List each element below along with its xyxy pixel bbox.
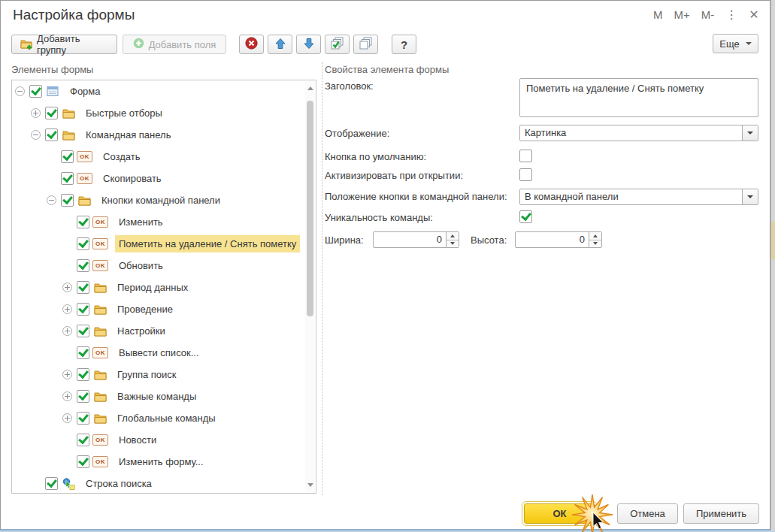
panel-splitter[interactable] <box>322 62 322 495</box>
tree-item-label[interactable]: Период данных <box>114 279 192 296</box>
tree-item-checkbox[interactable] <box>77 259 89 272</box>
tree-item[interactable]: Быстрые отборы <box>12 102 305 124</box>
tree-item-checkbox[interactable] <box>77 368 89 381</box>
tree-item[interactable]: OKВывести список... <box>12 342 305 364</box>
tree-item-checkbox[interactable] <box>77 390 89 403</box>
tree-item-checkbox[interactable] <box>45 107 58 119</box>
tree-item[interactable]: Важные команды <box>12 385 305 407</box>
tree-item-checkbox[interactable] <box>29 85 42 98</box>
command-uniqueness-checkbox[interactable] <box>519 210 532 223</box>
tree-item-label[interactable]: Командная панель <box>82 126 174 144</box>
tree-item-label[interactable]: Пометить на удаление / Снять пометку <box>115 235 300 252</box>
button-position-select[interactable]: В командной панели <box>519 189 758 205</box>
scroll-up-icon[interactable] <box>307 86 313 90</box>
title-field[interactable]: Пометить на удаление / Снять пометку <box>519 78 758 117</box>
tree-item-label[interactable]: Важные команды <box>114 388 200 405</box>
dropdown-button[interactable] <box>742 189 758 204</box>
tree-item[interactable]: Форма <box>12 80 305 102</box>
tree-item[interactable]: OKИзменить форму... <box>12 451 305 473</box>
tree-item[interactable]: OKОбновить <box>12 255 305 277</box>
window-menu-icon[interactable]: ⋮ <box>725 8 737 22</box>
scroll-thumb[interactable] <box>307 101 313 316</box>
tree-item-checkbox[interactable] <box>61 172 74 185</box>
tree-item-label[interactable]: Форма <box>66 83 104 100</box>
tree-item-checkbox[interactable] <box>77 455 89 468</box>
move-down-button[interactable] <box>296 35 321 54</box>
check-all-button[interactable] <box>325 35 350 54</box>
tree-item-label[interactable]: Быстрые отборы <box>82 104 166 122</box>
height-stepper[interactable]: 0 <box>515 231 602 248</box>
close-icon[interactable]: ✕ <box>749 8 758 22</box>
tree-item-label[interactable]: Настройки <box>114 322 169 340</box>
tree-item-label[interactable]: Скопировать <box>99 170 165 187</box>
expand-icon[interactable] <box>62 326 72 336</box>
expand-icon[interactable] <box>62 413 72 423</box>
tree-item-label[interactable]: Новости <box>115 431 160 449</box>
tree-item[interactable]: Настройки <box>12 320 305 342</box>
tree-item-checkbox[interactable] <box>45 128 58 141</box>
dropdown-button[interactable] <box>742 125 758 141</box>
tree-item-checkbox[interactable] <box>77 412 89 425</box>
tree-item-label[interactable]: Кнопки командной панели <box>98 192 224 209</box>
expand-icon[interactable] <box>31 108 41 118</box>
tree-item-label[interactable]: Группа поиск <box>114 366 180 383</box>
tree-item[interactable]: OKСкопировать <box>12 168 305 189</box>
scroll-down-icon[interactable] <box>307 483 313 487</box>
width-stepper[interactable]: 0 <box>373 231 459 248</box>
activate-on-open-checkbox[interactable] <box>519 168 532 181</box>
font-normal-button[interactable]: M <box>653 8 663 22</box>
uncheck-all-button[interactable] <box>353 35 378 54</box>
expand-icon[interactable] <box>62 370 72 379</box>
tree-item[interactable]: Проведение <box>12 298 305 320</box>
tree-item-checkbox[interactable] <box>77 216 89 228</box>
tree-item-label[interactable]: Обновить <box>115 257 167 274</box>
tree-item-label[interactable]: Строка поиска <box>82 475 156 492</box>
add-group-button[interactable]: Добавить группу <box>11 35 117 54</box>
tree-item-checkbox[interactable] <box>77 237 89 250</box>
spin-down-button[interactable] <box>589 240 601 248</box>
tree-item[interactable]: Командная панель <box>12 124 305 146</box>
more-button[interactable]: Еще <box>713 34 758 53</box>
tree-item-checkbox[interactable] <box>77 325 89 337</box>
tree-item-checkbox[interactable] <box>77 281 89 294</box>
tree-item[interactable]: OKИзменить <box>12 211 305 233</box>
tree-item-checkbox[interactable] <box>77 303 89 316</box>
collapse-icon[interactable] <box>15 86 25 96</box>
default-button-checkbox[interactable] <box>519 150 532 162</box>
spin-up-button[interactable] <box>589 232 601 240</box>
tree-item-label[interactable]: Создать <box>99 148 144 165</box>
tree-item-label[interactable]: Проведение <box>114 301 177 318</box>
tree-item[interactable]: OKСоздать <box>12 146 305 168</box>
collapse-icon[interactable] <box>47 195 56 205</box>
collapse-icon[interactable] <box>31 130 41 140</box>
tree-item-label[interactable]: Изменить форму... <box>115 453 207 470</box>
tree-item-checkbox[interactable] <box>61 150 74 163</box>
help-button[interactable]: ? <box>392 35 416 54</box>
tree-item[interactable]: OKНовости <box>12 429 305 451</box>
tree-item-label[interactable]: Вывести список... <box>115 344 203 361</box>
add-fields-button[interactable]: Добавить поля <box>123 35 226 54</box>
font-decrease-button[interactable]: M- <box>701 8 715 22</box>
tree-item[interactable]: Глобальные команды <box>12 407 305 429</box>
tree-scrollbar[interactable] <box>305 81 315 492</box>
spin-down-button[interactable] <box>447 240 459 248</box>
tree-item-checkbox[interactable] <box>45 477 58 490</box>
tree-item-label[interactable]: Глобальные команды <box>114 410 219 427</box>
apply-button[interactable]: Применить <box>683 503 759 524</box>
spin-up-button[interactable] <box>447 232 459 240</box>
expand-icon[interactable] <box>62 391 72 401</box>
ok-button[interactable]: ОК <box>524 503 595 524</box>
tree-item[interactable]: Группа поиск <box>12 364 305 385</box>
tree-item[interactable]: Кнопки командной панели <box>12 189 305 211</box>
expand-icon[interactable] <box>62 304 72 314</box>
display-select[interactable]: Картинка <box>519 125 758 141</box>
tree-item[interactable]: Период данных <box>12 277 305 298</box>
tree-item-label[interactable]: Изменить <box>115 213 167 231</box>
tree-item-checkbox[interactable] <box>61 194 74 207</box>
move-up-button[interactable] <box>268 35 292 54</box>
tree-item-checkbox[interactable] <box>77 346 89 359</box>
cancel-button[interactable]: Отмена <box>617 503 678 524</box>
tree-item-checkbox[interactable] <box>77 434 89 446</box>
delete-button[interactable] <box>239 35 264 54</box>
tree-item[interactable]: OKПометить на удаление / Снять пометку <box>12 233 305 255</box>
